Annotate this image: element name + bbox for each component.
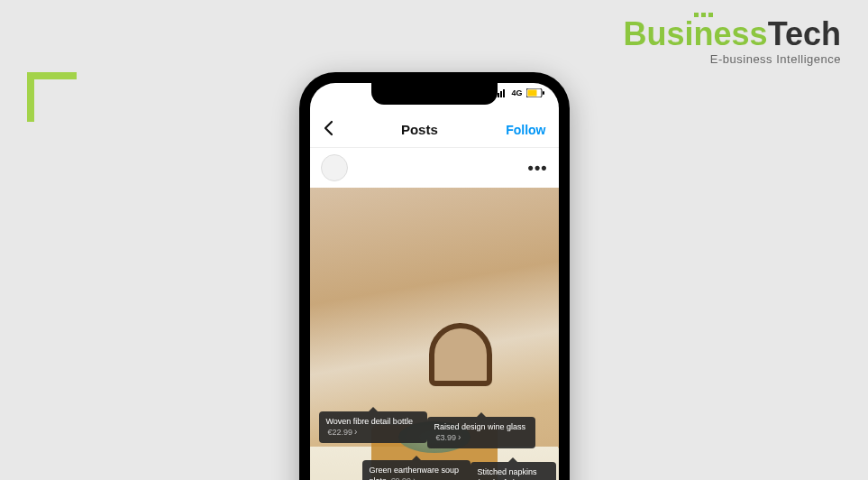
avatar[interactable] bbox=[321, 154, 348, 181]
nav-bar: Posts Follow bbox=[310, 112, 559, 148]
chevron-left-icon bbox=[323, 120, 333, 136]
logo-part1: Business bbox=[624, 15, 768, 52]
chevron-right-icon: › bbox=[354, 427, 357, 437]
status-bar: 4G bbox=[495, 88, 544, 97]
chevron-right-icon: › bbox=[458, 432, 461, 442]
brand-logo: BusinessTech E-business Intelligence bbox=[624, 18, 841, 66]
decorative-corner bbox=[27, 72, 77, 122]
battery-icon bbox=[526, 88, 544, 97]
product-tag[interactable]: Woven fibre detail bottle €22.99› bbox=[319, 411, 427, 443]
phone-frame: 4G Posts Follow ••• Woven fibre detail b… bbox=[299, 72, 570, 480]
logo-tagline: E-business Intelligence bbox=[624, 52, 841, 66]
post-header: ••• bbox=[310, 148, 559, 188]
more-options-icon[interactable]: ••• bbox=[528, 159, 548, 178]
svg-rect-2 bbox=[500, 91, 502, 97]
svg-rect-3 bbox=[503, 89, 505, 97]
svg-rect-1 bbox=[498, 93, 499, 97]
logo-text: BusinessTech bbox=[624, 18, 841, 51]
svg-rect-6 bbox=[543, 91, 544, 95]
phone-screen: 4G Posts Follow ••• Woven fibre detail b… bbox=[310, 83, 559, 480]
post-image[interactable]: Woven fibre detail bottle €22.99› Raised… bbox=[310, 188, 559, 480]
product-tag[interactable]: Raised design wine glass €3.99› bbox=[427, 417, 535, 448]
chevron-right-icon: › bbox=[413, 475, 416, 480]
tag-label: Raised design wine glass bbox=[434, 422, 526, 431]
svg-rect-5 bbox=[527, 90, 536, 97]
signal-icon bbox=[495, 89, 507, 97]
product-tag[interactable]: Stitched napkins (pack of 2) €9.99› bbox=[471, 462, 556, 480]
tag-price: €3.99 bbox=[436, 433, 457, 442]
product-tag[interactable]: Green earthenware soup plate €9.99› bbox=[362, 460, 471, 480]
phone-notch bbox=[371, 83, 498, 105]
tag-label: Woven fibre detail bottle bbox=[326, 417, 413, 426]
scene-chair bbox=[429, 323, 492, 386]
logo-part2: Tech bbox=[768, 15, 841, 52]
tag-price: €9.99 bbox=[391, 476, 412, 480]
tag-price: €22.99 bbox=[328, 428, 353, 437]
network-label: 4G bbox=[511, 88, 522, 97]
page-title: Posts bbox=[401, 122, 438, 137]
follow-button[interactable]: Follow bbox=[506, 123, 545, 137]
logo-accent-dots bbox=[694, 13, 713, 17]
back-button[interactable] bbox=[323, 118, 333, 142]
